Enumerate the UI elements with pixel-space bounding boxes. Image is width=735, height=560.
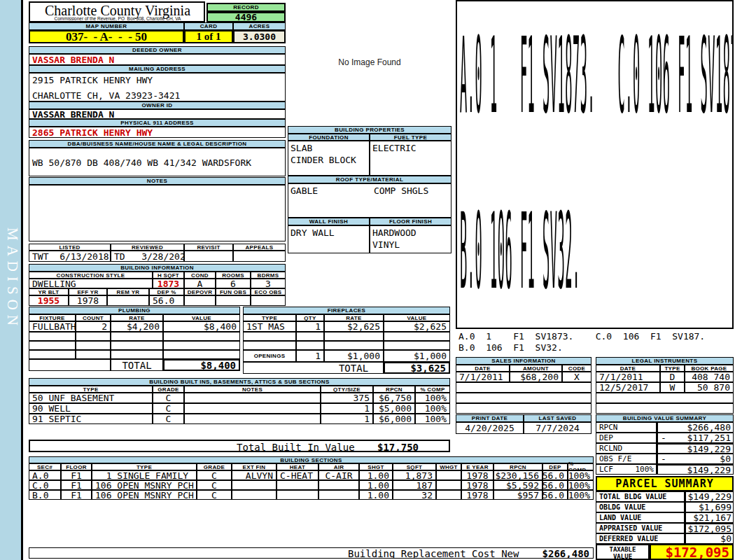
roof-value: GABLE COMP SHGLS (288, 183, 451, 218)
bi-row-notes (184, 403, 321, 414)
bvs-row-value: - $117,251 (657, 433, 734, 443)
property-record-card: MADISON Charlotte County Virginia Commis… (0, 0, 735, 560)
floor-finish-value: HARDWOOD VINYL (370, 225, 451, 253)
empty-cell (163, 332, 240, 341)
roof-type: GABLE (290, 186, 318, 196)
bvs-row-value: $266,480 (657, 422, 734, 433)
legal-type-label: TYPE (660, 365, 685, 372)
rpcn-label: RPCN (493, 463, 542, 470)
parcel-row-value: $172,095 (685, 523, 734, 533)
builtins-title: BUILDING BUILT INS, BASEMENTS, ATTICS & … (29, 378, 450, 386)
parcel-row-value: $149,229 (685, 491, 734, 502)
whgt-label: WHGT (436, 463, 461, 470)
bvs-row-value: $149,229 (657, 443, 734, 454)
map-number-value: 037- - A- - - 50 (29, 30, 184, 43)
empty-cell (111, 332, 163, 341)
wall-finish-label: WALL FINISH (288, 218, 370, 225)
foundation-line1: SLAB (290, 143, 312, 153)
sec-row-floor: F1 (61, 470, 92, 480)
builtins-total-row: Total Built In Value $17,750 (29, 440, 450, 452)
bvs-row-label: RCLND (596, 443, 657, 454)
mailing-address-label: MAILING ADDRESS (29, 65, 286, 73)
bi-type-label: TYPE (29, 386, 153, 393)
bdrms-label: BDRMS (251, 272, 286, 279)
sec-row-comp: 100% (568, 480, 594, 490)
empty-cell (456, 382, 592, 393)
heat-label: HEAT (276, 463, 318, 470)
bi-row-rpcn: $6,750 (373, 393, 415, 403)
empty-cell (296, 332, 324, 341)
bvs-lcf-pct: 100% (636, 465, 657, 474)
sales-date: 7/1/2011 (456, 372, 510, 382)
empty-cell (76, 350, 111, 359)
bi-row-grade: C (153, 403, 184, 414)
fp-openings-label: OPENINGS (243, 350, 296, 362)
sec-row-extfin (232, 480, 276, 490)
deeded-owner: VASSAR BRENDA N (29, 54, 286, 65)
fuel-label: FUEL TYPE (370, 134, 451, 141)
bi-qty-label: QTY/SIZE (321, 386, 373, 393)
fp-rate-label: RATE (324, 314, 384, 321)
bi-row-comp: 100% (415, 393, 450, 403)
fp-value: $2,625 (384, 321, 450, 332)
bvs-row-value: $149,229 (657, 464, 734, 475)
sales-amount-label: AMOUNT (510, 365, 562, 372)
sec-row-comp: 100% (568, 470, 594, 480)
sec-row-extfin: ALVYN (232, 470, 276, 480)
parcel-row-value: + $21,167 (685, 512, 734, 523)
sec-row-shgt: 1.00 (359, 470, 393, 480)
fp-rate: $2,625 (324, 321, 384, 332)
sec-row-eyear: 1978 (461, 470, 493, 480)
sec-row-dep: 56.0 (542, 480, 568, 490)
print-date-label: PRINT DATE (456, 414, 524, 422)
reviewed-label: REVIEWED (111, 244, 184, 251)
bi-grade-label: GRADE (153, 386, 184, 393)
deeded-owner-label: DEEDED OWNER (29, 46, 286, 54)
empty-cell (111, 350, 163, 359)
replacement-cost-row: Building Replacement Cost New $266,480 (29, 547, 594, 559)
yrblt-label: YR BLT (29, 288, 69, 295)
parcel-value: $149,229 (687, 491, 733, 502)
legal-book: 408 740 (685, 372, 734, 382)
empty-cell (243, 341, 296, 350)
properties-title: BUILDING PROPERTIES (288, 126, 451, 134)
appeals-value (233, 251, 286, 262)
effyr-label: EFF YR (69, 288, 107, 295)
bi-row-qty: 1 (321, 414, 373, 424)
empty-cell (163, 341, 240, 350)
floor-line1: HARDWOOD (372, 227, 416, 238)
sec-row-floor: F1 (61, 480, 92, 490)
mailing-line2: CHARLOTTE CH, VA 23923-3421 (32, 90, 180, 101)
sec-row-eyear: 1978 (461, 480, 493, 490)
bvs-value: $117,251 (687, 433, 733, 443)
ecoobs-label: ECO OBS (251, 288, 286, 295)
construction-style: DWELLING (29, 279, 153, 288)
sketch-legend-line1: A.0 1 F1 SV1873. C.0 106 F1 SV187. (458, 331, 705, 342)
legal-description: WB 50/870 DB 408/740 WB 41/342 WARDSFORK (32, 158, 251, 168)
depovr-value (184, 295, 216, 306)
foundation-value: SLAB CINDER BLOCK (288, 141, 370, 176)
bvs-row-label: DEP (596, 433, 657, 443)
sales-code-label: CODE (562, 365, 592, 372)
sqft-label: SQFT (393, 463, 436, 470)
dba-label: DBA/BUISNESS NAME/HOUSE NAME & LEGAL DES… (29, 140, 286, 148)
sales-code: X (562, 372, 592, 382)
legal-date: 12/5/2017 (596, 382, 660, 393)
county-header: Charlotte County Virginia Commissioner o… (29, 1, 205, 22)
shgt-label: SHGT (359, 463, 393, 470)
legal-type: W (660, 382, 685, 393)
sec-row-shgt: 1.00 (359, 480, 393, 490)
roof-material: COMP SHGLS (374, 186, 428, 196)
legal-description-box: WB 50/870 DB 408/740 WB 41/342 WARDSFORK (29, 148, 286, 176)
acres-value: 3.0300 (233, 30, 286, 43)
plumbing-total-label: TOTAL (111, 359, 163, 371)
value-label: VALUE (163, 314, 240, 321)
bvs-row-label: RPCN (596, 422, 657, 433)
dep-value: 56.0 (149, 295, 184, 306)
sketch-legend-line2: B.0 106 F1 SV32. (458, 342, 563, 353)
record-value: 4496 (206, 12, 286, 22)
bi-row-rpcn: $5,000 (373, 403, 415, 414)
sec-row-air (318, 490, 359, 500)
sec-row-whgt (436, 490, 461, 500)
bi-row-notes (184, 393, 321, 403)
